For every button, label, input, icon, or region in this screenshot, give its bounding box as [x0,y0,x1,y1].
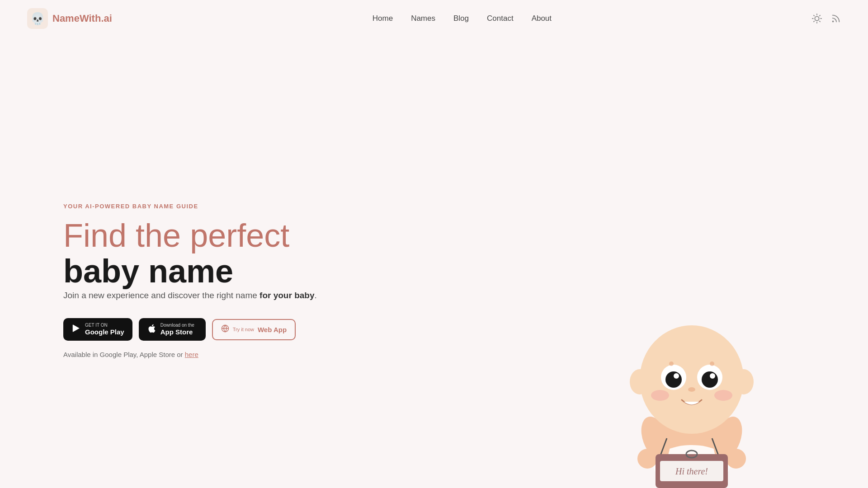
svg-line-7 [814,21,814,22]
svg-point-9 [833,21,834,22]
hero-heading-light: Find the perfect [63,217,289,253]
svg-point-18 [726,449,746,469]
hero-section: YOUR AI-POWERED BABY NAME GUIDE Find the… [0,37,868,488]
svg-point-35 [714,390,732,401]
play-icon [71,324,81,335]
webapp-big-label: Web App [258,326,287,333]
hero-badge: YOUR AI-POWERED BABY NAME GUIDE [63,203,317,210]
webapp-small-label: Try it now [233,327,254,332]
svg-point-28 [665,371,682,388]
hero-heading-bold: baby name [63,253,233,289]
svg-point-29 [702,371,718,388]
app-store-button[interactable]: Download on the App Store [139,318,206,341]
rss-icon [831,14,841,23]
svg-point-0 [815,16,819,20]
hero-illustration: Hi there! [597,262,787,488]
google-play-text: GET IT ON Google Play [85,323,124,336]
svg-point-34 [651,390,669,401]
theme-toggle-button[interactable] [812,14,822,23]
availability-text: Available in Google Play, Apple Store or… [63,351,317,358]
hero-subtext: Join a new experience and discover the r… [63,289,317,302]
svg-point-24 [630,369,650,394]
google-play-button[interactable]: GET IT ON Google Play [63,318,132,341]
hero-heading: Find the perfect baby name [63,218,317,289]
svg-line-8 [820,15,820,16]
svg-point-33 [710,361,714,366]
svg-point-17 [637,449,657,469]
svg-point-31 [710,373,715,379]
cta-buttons: GET IT ON Google Play Download on the Ap… [63,318,317,341]
webapp-button[interactable]: Try it now Web App [212,319,296,340]
app-store-text: Download on the App Store [160,323,194,336]
sun-icon [812,14,822,23]
availability-link[interactable]: here [185,351,198,358]
globe-icon [221,324,229,335]
svg-point-25 [734,369,754,394]
rss-button[interactable] [831,14,841,23]
svg-point-32 [669,361,674,366]
svg-text:Hi there!: Hi there! [675,466,708,476]
svg-point-36 [688,387,695,392]
logo[interactable]: 💀 NameWith.ai [27,8,112,29]
nav-link-contact[interactable]: Contact [487,14,514,23]
svg-line-4 [820,21,820,22]
svg-point-23 [640,325,744,434]
nav-links: Home Names Blog Contact About [373,14,552,23]
navbar: 💀 NameWith.ai Home Names Blog Contact Ab… [0,0,868,37]
nav-link-about[interactable]: About [532,14,552,23]
nav-link-home[interactable]: Home [373,14,393,23]
svg-line-3 [814,15,814,16]
logo-text: NameWith.ai [52,13,112,24]
svg-point-30 [674,373,679,379]
logo-icon: 💀 [27,8,48,29]
nav-link-names[interactable]: Names [411,14,435,23]
nav-link-blog[interactable]: Blog [453,14,469,23]
baby-svg: Hi there! [597,262,787,488]
hero-content: YOUR AI-POWERED BABY NAME GUIDE Find the… [63,203,317,359]
nav-actions [812,14,841,23]
apple-icon [147,324,157,335]
